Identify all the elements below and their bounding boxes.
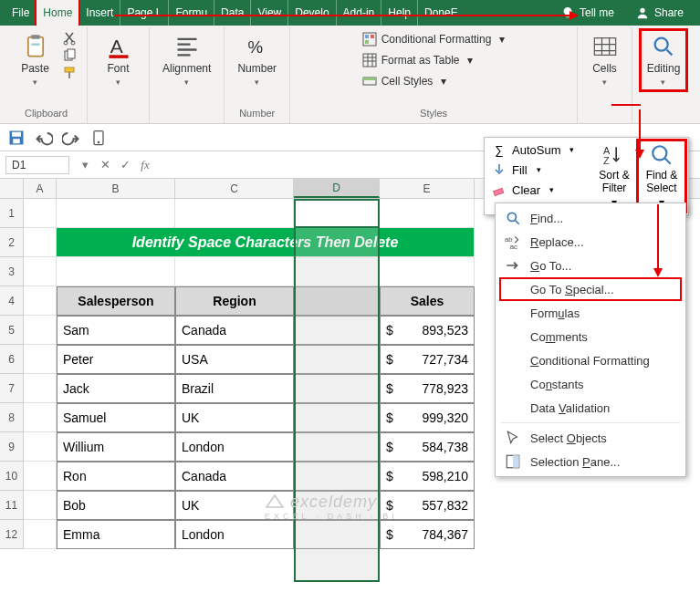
cell[interactable]: UK [175,491,294,520]
menu-data-validation[interactable]: Data Validation [496,396,685,420]
namebox-dd-icon[interactable]: ▾ [75,155,95,175]
cell[interactable]: Sales [380,286,475,316]
cells-button[interactable]: Cells ▾ [587,31,623,89]
tab-view[interactable]: View [251,0,288,26]
save-icon[interactable] [7,129,26,147]
row-header[interactable]: 4 [0,286,24,316]
cell[interactable] [24,374,57,403]
cell[interactable]: Bob [57,491,175,520]
tab-addins[interactable]: Add-in [337,0,382,26]
cell[interactable] [294,462,380,491]
cell[interactable]: $598,210 [380,462,475,491]
cell[interactable] [24,316,57,345]
cell[interactable]: $727,734 [380,345,475,374]
cell[interactable] [24,432,57,462]
cell[interactable] [24,462,57,491]
format-painter-icon[interactable] [62,66,77,80]
row-header[interactable]: 6 [0,345,24,374]
cell[interactable] [294,257,380,286]
col-header-e[interactable]: E [380,179,475,198]
cell[interactable]: Emma [57,520,175,549]
cell[interactable]: Jack [57,374,175,403]
share-button[interactable]: Share [625,0,695,26]
fill-button[interactable]: Fill▾ [490,161,582,178]
cell[interactable] [57,199,175,228]
row-header[interactable]: 10 [0,462,24,491]
cell[interactable]: London [175,432,294,462]
fx-icon[interactable]: fx [135,155,155,175]
find-select-button[interactable]: Find & Select▾ [639,141,684,211]
col-header-a[interactable]: A [24,179,57,198]
cell[interactable]: Salesperson [57,286,175,316]
cell[interactable]: Samuel [57,403,175,432]
col-header-c[interactable]: C [175,179,294,198]
paste-button[interactable]: Paste ▾ [16,31,55,89]
menu-goto-special[interactable]: Go To Special... [496,277,685,301]
menu-selection-pane[interactable]: Selection Pane... [496,450,685,473]
cell[interactable] [24,286,57,316]
cell[interactable] [380,199,475,228]
row-header[interactable]: 7 [0,374,24,403]
tab-donee[interactable]: DoneE [418,0,465,26]
cell[interactable] [24,199,57,228]
row-header[interactable]: 2 [0,228,24,257]
editing-button[interactable]: Editing ▾ [642,31,686,89]
menu-comments[interactable]: Comments [496,325,685,348]
cell[interactable]: Brazil [175,374,294,403]
enter-icon[interactable]: ✓ [115,155,135,175]
clear-button[interactable]: Clear▾ [490,182,582,198]
font-button[interactable]: A Font ▾ [100,31,137,89]
menu-select-objects[interactable]: Select Objects [496,426,685,450]
cell[interactable] [294,374,380,403]
touch-mode-icon[interactable] [89,129,108,147]
cell[interactable]: Peter [57,345,175,374]
redo-icon[interactable] [62,129,80,147]
cell[interactable] [24,345,57,374]
cell[interactable] [57,257,175,286]
cell[interactable] [294,403,380,432]
row-header[interactable]: 11 [0,491,24,520]
cell[interactable] [24,403,57,432]
cell[interactable]: $893,523 [380,316,475,345]
tab-page-layout[interactable]: Page L [120,0,169,26]
tab-data[interactable]: Data [214,0,251,26]
cell-styles-button[interactable]: Cell Styles▾ [360,73,450,89]
number-button[interactable]: % Number ▾ [232,31,282,89]
cell[interactable]: Willium [57,432,175,462]
sort-filter-button[interactable]: AZ Sort & Filter▾ [591,141,637,211]
cell[interactable]: Canada [175,316,294,345]
cell[interactable] [294,432,380,462]
cell[interactable]: $778,923 [380,374,475,403]
tab-home[interactable]: Home [37,0,79,26]
cell[interactable]: UK [175,403,294,432]
menu-constants[interactable]: Constants [496,372,685,396]
cell[interactable] [24,257,57,286]
col-header-d[interactable]: D [294,179,380,198]
row-header[interactable]: 5 [0,316,24,345]
col-header-b[interactable]: B [57,179,175,198]
cut-icon[interactable] [62,31,77,46]
row-header[interactable]: 1 [0,199,24,228]
cell[interactable] [175,199,294,228]
select-all-corner[interactable] [0,179,24,198]
cell[interactable] [24,228,57,257]
cell[interactable] [294,520,380,549]
cell[interactable] [294,286,380,316]
row-header[interactable]: 12 [0,520,24,549]
conditional-formatting-button[interactable]: Conditional Formatting▾ [360,31,508,47]
cell[interactable] [24,520,57,549]
cell[interactable] [175,257,294,286]
tell-me[interactable]: Tell me [550,0,625,26]
tab-insert[interactable]: Insert [79,0,120,26]
name-box[interactable] [5,156,69,174]
cell[interactable] [380,257,475,286]
cell[interactable]: Ron [57,462,175,491]
copy-icon[interactable] [62,48,77,63]
cell[interactable] [294,316,380,345]
cell[interactable]: Region [175,286,294,316]
cell[interactable]: Canada [175,462,294,491]
cell[interactable] [294,491,380,520]
tab-help[interactable]: Help [381,0,418,26]
cell[interactable]: $584,738 [380,432,475,462]
format-as-table-button[interactable]: Format as Table▾ [360,52,476,68]
